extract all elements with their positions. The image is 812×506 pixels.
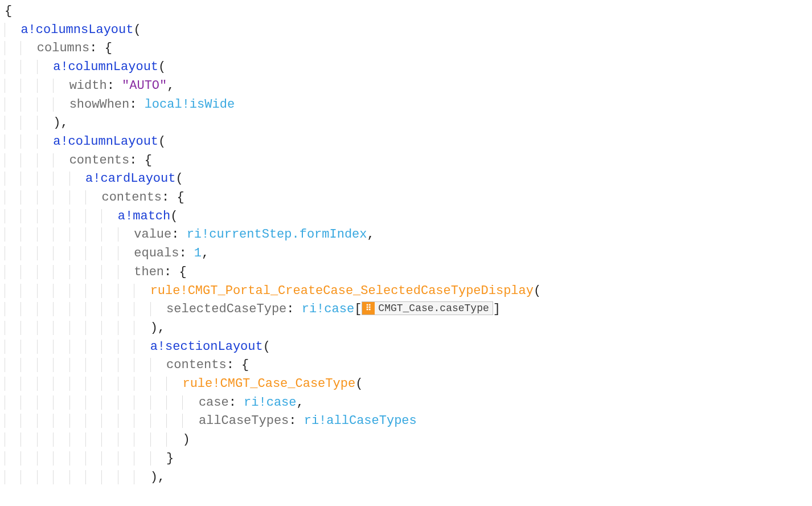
comma: , [158, 470, 165, 484]
string-literal: "AUTO" [114, 79, 167, 93]
comma: , [167, 79, 174, 93]
paren: ( [170, 209, 178, 223]
brace: { [169, 190, 184, 205]
colon: : [162, 190, 169, 205]
function-call: a!sectionLayout [150, 340, 263, 354]
bracket: ] [493, 302, 501, 316]
brace: { [234, 358, 249, 372]
variable: local!isWide [137, 97, 235, 112]
colon: : [171, 227, 179, 242]
variable: ri!currentStep.formIndex [179, 227, 367, 242]
variable: ri!case [236, 395, 297, 410]
link-icon: ⠿ [362, 302, 375, 315]
brace: { [5, 4, 12, 18]
comma: , [60, 116, 68, 130]
colon: : [229, 395, 236, 410]
paren: ) [182, 432, 190, 447]
function-call: a!columnLayout [53, 60, 158, 74]
paren: ( [158, 134, 166, 149]
record-type-chip[interactable]: ⠿CMGT_Case.caseType [362, 301, 493, 315]
param-name: allCaseTypes [199, 414, 289, 428]
param-name: showWhen [69, 97, 130, 112]
colon: : [107, 79, 114, 93]
rule-call: rule!CMGT_Portal_CreateCase_SelectedCase… [150, 284, 534, 298]
variable: ri!allCaseTypes [297, 414, 417, 428]
paren: ( [263, 340, 270, 354]
number-literal: 1 [187, 246, 202, 260]
paren: ) [53, 116, 60, 130]
function-call: a!match [118, 209, 170, 223]
param-name: contents [166, 358, 227, 372]
paren: ( [175, 172, 183, 186]
brace: { [97, 41, 112, 55]
paren: ( [133, 23, 141, 37]
comma: , [158, 321, 165, 335]
chip-label: CMGT_Case.caseType [378, 301, 489, 315]
colon: : [164, 265, 171, 279]
brace: { [171, 265, 186, 279]
paren: ( [158, 60, 166, 74]
comma: , [297, 395, 304, 410]
colon: : [286, 302, 294, 316]
function-call: a!cardLayout [85, 172, 175, 186]
function-call: a!columnsLayout [20, 23, 133, 37]
param-name: width [69, 79, 107, 93]
function-call: a!columnLayout [53, 134, 158, 149]
colon: : [89, 41, 97, 55]
bracket: [ [354, 302, 362, 316]
code-editor[interactable]: { a!columnsLayout( columns: { a!columnLa… [5, 2, 812, 487]
param-name: value [134, 227, 171, 242]
comma: , [367, 227, 375, 242]
param-name: equals [134, 246, 179, 260]
param-name: contents [69, 153, 130, 168]
colon: : [129, 97, 137, 112]
colon: : [227, 358, 234, 372]
paren: ( [355, 377, 363, 391]
param-name: case [199, 395, 229, 410]
variable: ri!case [294, 302, 355, 316]
colon: : [129, 153, 137, 168]
param-name: then [134, 265, 164, 279]
param-name: columns [37, 41, 89, 55]
param-name: contents [101, 190, 162, 205]
colon: : [289, 414, 296, 428]
paren: ) [150, 470, 158, 484]
rule-call: rule!CMGT_Case_CaseType [182, 377, 355, 391]
brace: } [166, 451, 174, 466]
brace: { [137, 153, 151, 168]
comma: , [202, 246, 209, 260]
param-name: selectedCaseType [166, 302, 286, 316]
paren: ) [150, 321, 158, 335]
colon: : [179, 246, 186, 260]
paren: ( [534, 284, 541, 298]
